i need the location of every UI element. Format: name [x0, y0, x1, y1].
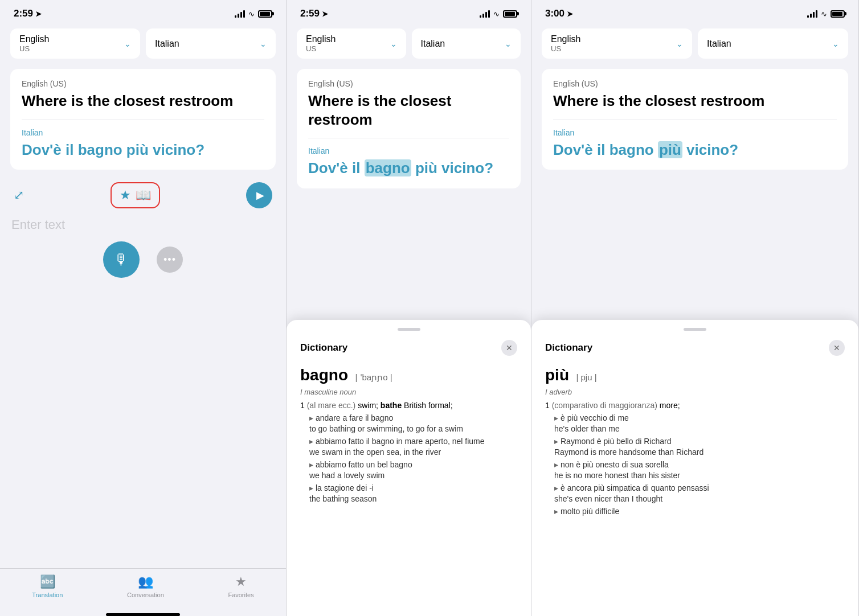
source-text-1: Where is the closest restroom: [22, 92, 264, 110]
source-lang-chevron-1: ⌄: [124, 39, 131, 48]
source-lang-btn-3[interactable]: English US ⌄: [542, 28, 692, 59]
swap-icon-1[interactable]: ⤢: [14, 188, 24, 203]
target-lang-chevron-2: ⌄: [505, 39, 512, 48]
highlight-piu[interactable]: più: [658, 141, 682, 158]
source-lang-region-1: US: [19, 44, 49, 53]
lang-selector-1: English US ⌄ Italian ⌄: [0, 23, 286, 64]
close-dict-btn-3[interactable]: ✕: [829, 340, 845, 356]
sheet-handle-3: [684, 328, 706, 331]
favorites-nav-icon-1: ★: [235, 574, 247, 589]
dict-example-pair-3-1: he's older than me: [554, 424, 845, 433]
location-icon-2: ➤: [322, 10, 328, 18]
highlight-bagno[interactable]: bagno: [365, 159, 411, 176]
dict-word-2: bagno: [300, 366, 348, 384]
battery-icon-2: [503, 10, 517, 18]
translation-nav-icon-1: 🔤: [40, 574, 55, 589]
dict-pos-3: adverb: [545, 388, 845, 396]
dict-example-pair-3-4: she's even nicer than I thought: [554, 494, 845, 503]
target-lang-name-2: Italian: [421, 39, 445, 49]
mic-button-1[interactable]: 🎙: [103, 241, 140, 278]
target-lang-name-1: Italian: [155, 39, 179, 49]
status-time-2: 2:59 ➤: [300, 8, 328, 19]
status-bar-1: 2:59 ➤ ∿: [0, 0, 286, 23]
conversation-nav-icon-1: 👥: [138, 574, 153, 589]
status-bar-3: 3:00 ➤ ∿: [531, 0, 858, 23]
source-lang-chevron-3: ⌄: [676, 39, 683, 48]
dict-word-3: più: [545, 366, 569, 384]
target-lang-btn-3[interactable]: Italian ⌄: [698, 28, 848, 59]
battery-icon-1: [258, 10, 272, 18]
dict-example-pair-2-1: to go bathing or swimming, to go for a s…: [309, 424, 517, 433]
dict-example-3-4: è ancora più simpatica di quanto pensass…: [554, 483, 845, 492]
dict-example-3-2: Raymond è più bello di Richard: [554, 437, 845, 446]
wifi-icon-2: ∿: [493, 10, 500, 18]
source-lang-name-1: English: [19, 34, 49, 44]
dict-example-pair-2-4: the bathing season: [309, 494, 517, 503]
nav-conversation-label-1: Conversation: [127, 592, 164, 598]
nav-conversation-1[interactable]: 👥 Conversation: [127, 574, 164, 598]
battery-icon-3: [831, 10, 845, 18]
controls-row-1: ⤢ ★ 📖 ▶: [0, 176, 286, 214]
target-lang-chevron-1: ⌄: [260, 39, 267, 48]
status-icons-3: ∿: [807, 10, 845, 18]
source-text-3: Where is the closest restroom: [553, 92, 837, 110]
divider-3: [553, 120, 837, 120]
nav-favorites-1[interactable]: ★ Favorites: [228, 574, 253, 598]
dict-example-2-2: abbiamo fatto il bagno in mare aperto, n…: [309, 437, 517, 446]
source-lang-region-3: US: [551, 44, 580, 53]
lang-selector-2: English US ⌄ Italian ⌄: [287, 23, 531, 64]
source-lang-name-2: English: [306, 34, 336, 44]
status-time-3: 3:00 ➤: [545, 8, 573, 19]
dict-phonetic-3: | pju |: [576, 372, 596, 382]
target-label-1: Italian: [22, 128, 264, 137]
divider-1: [22, 120, 264, 120]
dict-example-2-4: la stagione dei -i: [309, 483, 517, 492]
star-icon-1[interactable]: ★: [120, 188, 131, 203]
location-icon-1: ➤: [35, 10, 42, 18]
status-icons-2: ∿: [480, 10, 517, 18]
play-icon-1: ▶: [256, 189, 264, 202]
book-icon-1[interactable]: 📖: [136, 188, 151, 203]
lang-selector-3: English US ⌄ Italian ⌄: [531, 23, 858, 64]
status-bar-2: 2:59 ➤ ∿: [287, 0, 531, 23]
play-button-1[interactable]: ▶: [246, 182, 272, 208]
source-lang-name-3: English: [551, 34, 580, 44]
icon-group-1: ★ 📖: [111, 182, 160, 208]
close-dict-btn-2[interactable]: ✕: [501, 340, 517, 356]
bottom-nav-1: 🔤 Translation 👥 Conversation ★ Favorites: [0, 568, 286, 610]
phone-panel-2: 2:59 ➤ ∿ English US ⌄ It: [287, 0, 531, 616]
phone-panel-1: 2:59 ➤ ∿ English US ⌄ It: [0, 0, 287, 616]
nav-favorites-label-1: Favorites: [228, 592, 253, 598]
target-label-3: Italian: [553, 128, 837, 137]
dict-phonetic-2: | ˈbaɲɲo |: [355, 372, 392, 382]
dict-example-pair-2-3: we had a lovely swim: [309, 471, 517, 480]
divider-2: [308, 138, 509, 138]
translation-card-2: English (US) Where is the closest restro…: [297, 69, 521, 188]
sheet-handle-2: [398, 328, 420, 331]
target-lang-btn-2[interactable]: Italian ⌄: [412, 28, 521, 59]
input-controls-1: 🎙 •••: [11, 241, 275, 278]
dict-example-pair-3-2: Raymond is more handsome than Richard: [554, 447, 845, 457]
dict-example-3-5: molto più difficile: [554, 507, 845, 516]
dictionary-sheet-2: Dictionary ✕ bagno | ˈbaɲɲo | masculine …: [287, 320, 531, 616]
location-icon-3: ➤: [567, 10, 573, 18]
target-lang-btn-1[interactable]: Italian ⌄: [146, 28, 276, 59]
more-button-1[interactable]: •••: [157, 247, 183, 273]
home-indicator-1: [106, 613, 180, 616]
phone-panel-3: 3:00 ➤ ∿ English US ⌄ It: [531, 0, 859, 616]
wifi-icon-3: ∿: [821, 10, 827, 18]
translation-card-3: English (US) Where is the closest restro…: [542, 69, 848, 170]
input-placeholder-1[interactable]: Enter text: [11, 217, 275, 232]
source-text-2: Where is the closest restroom: [308, 92, 509, 129]
source-label-1: English (US): [22, 79, 264, 88]
source-label-3: English (US): [553, 79, 837, 88]
mic-icon-1: 🎙: [114, 251, 129, 269]
source-lang-btn-2[interactable]: English US ⌄: [297, 28, 406, 59]
nav-translation-1[interactable]: 🔤 Translation: [32, 574, 63, 598]
signal-icon-1: [235, 10, 245, 18]
source-lang-region-2: US: [306, 44, 336, 53]
dict-word-row-2: bagno | ˈbaɲɲo |: [300, 366, 517, 384]
dict-word-row-3: più | pju |: [545, 366, 845, 384]
dict-example-pair-2-2: we swam in the open sea, in the river: [309, 447, 517, 457]
source-lang-btn-1[interactable]: English US ⌄: [10, 28, 140, 59]
